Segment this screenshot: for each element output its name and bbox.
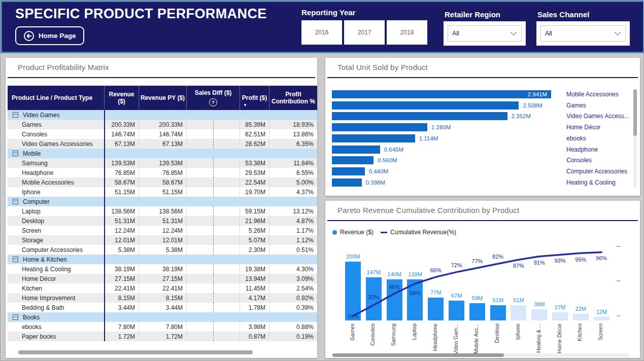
unit-bar[interactable]: [332, 167, 365, 175]
pareto-bar[interactable]: [345, 262, 361, 320]
matrix-item-row[interactable]: Headphone76.85M76.85M29.53M6.55%: [8, 168, 317, 177]
cell-sales_diff: [186, 274, 240, 283]
cell-contribution: 6.55%: [269, 168, 317, 177]
unit-bar-category-label[interactable]: Video Games Access...: [566, 113, 632, 120]
help-icon[interactable]: ?: [209, 98, 217, 106]
matrix-item-row[interactable]: Mobile Accessories58.67M58.67M22.54M5.00…: [8, 177, 317, 187]
sales-channel-dropdown[interactable]: All: [536, 21, 630, 46]
matrix-item-row[interactable]: Screen12.24M12.24M5.26M1.17%: [8, 226, 317, 235]
cell-sales_diff: [186, 303, 240, 312]
revenue-legend-marker-icon: [332, 230, 337, 235]
unit-bar[interactable]: [332, 178, 362, 187]
cell-sales_diff: [186, 255, 240, 264]
column-header-product-line[interactable]: Product Line / Product Type: [8, 86, 104, 110]
cell-contribution: 0.51%: [269, 245, 317, 255]
cell-value: 5.07M: [249, 237, 265, 244]
cell-value: 12.24M: [115, 227, 135, 234]
sort-descending-icon: ▼: [243, 103, 247, 108]
matrix-item-row[interactable]: Storage12.01M12.01M5.07M1.12%: [8, 235, 317, 245]
cell-profit: 29.53M: [240, 168, 269, 177]
cell-value: 3.44M: [166, 304, 183, 311]
cumulative-legend-marker-icon: [381, 232, 387, 233]
unit-bar[interactable]: [332, 156, 374, 164]
unit-bar-category-label[interactable]: Heating & Cooling: [566, 179, 632, 186]
matrix-item-row[interactable]: Consoles146.74M146.74M62.51M13.86%: [8, 129, 317, 139]
matrix-item-row[interactable]: Kitchen22.41M22.41M11.45M2.54%: [8, 283, 317, 293]
bar-value-label: 0.440M: [369, 168, 388, 174]
unit-bar[interactable]: [332, 146, 380, 154]
unit-bar-category-label[interactable]: Headphone: [566, 146, 632, 153]
pareto-horizontal-scrollbar[interactable]: [332, 353, 504, 357]
cell-value: 51.31M: [115, 218, 135, 225]
pareto-bar[interactable]: [511, 305, 526, 320]
matrix-item-row[interactable]: Paper books1.72M1.72M0.87M0.19%: [8, 332, 317, 341]
cell-contribution: 4.37%: [269, 187, 317, 197]
matrix-group-row[interactable]: Mobile: [8, 149, 317, 158]
matrix-item-row[interactable]: Home Décor27.15M27.15M13.94M3.09%: [8, 274, 317, 283]
pareto-bar[interactable]: [552, 312, 568, 320]
unit-bar[interactable]: [332, 112, 507, 120]
pareto-bar[interactable]: [490, 305, 506, 320]
matrix-item-row[interactable]: Laptop138.56M138.56M59.15M13.12%: [8, 206, 317, 216]
cell-revenue: 12.01M: [104, 235, 139, 245]
collapse-icon[interactable]: [13, 112, 18, 118]
unit-vertical-scrollbar[interactable]: [633, 89, 637, 136]
home-page-button[interactable]: Home Page: [15, 26, 84, 45]
unit-bar[interactable]: [332, 134, 415, 142]
cell-revenue: 5.38M: [104, 245, 139, 255]
dashboard-page: SPECIFIC PRODUCT PERFORMANCE Home Page R…: [0, 0, 644, 361]
pareto-bar[interactable]: [428, 298, 444, 320]
collapse-icon[interactable]: [13, 199, 18, 204]
matrix-item-row[interactable]: Home Improvement8.15M8.15M4.17M0.92%: [8, 293, 317, 303]
matrix-horizontal-scrollbar[interactable]: [18, 350, 253, 354]
column-header-revenue-py[interactable]: Revenue PY ($): [139, 86, 186, 110]
pareto-bar[interactable]: [594, 317, 609, 320]
column-header-sales-diff[interactable]: Sales Diff ($) ?: [186, 86, 240, 110]
unit-bar-category-label[interactable]: ebooks: [566, 135, 632, 142]
matrix-item-row[interactable]: Iphone51.15M51.15M19.70M4.37%: [8, 187, 317, 197]
collapse-icon[interactable]: [13, 257, 18, 262]
matrix-group-row[interactable]: Computer: [8, 197, 317, 206]
matrix-item-row[interactable]: Heating & Cooling38.19M38.19M19.38M4.30%: [8, 264, 317, 274]
matrix-group-row[interactable]: Video Games: [8, 110, 317, 120]
pareto-chart-title: Pareto Revenue Cumulative Contribution b…: [337, 206, 519, 214]
cumulative-percent-label: 95%: [570, 257, 591, 263]
collapse-icon[interactable]: [13, 151, 18, 156]
unit-bar[interactable]: [332, 123, 427, 131]
column-header-revenue[interactable]: Revenue ($): [104, 86, 139, 110]
column-header-profit[interactable]: Profit ($) ▼: [240, 86, 269, 110]
unit-bar-category-label[interactable]: Home Décor: [566, 124, 632, 131]
cell-value: 139.53M: [159, 160, 183, 167]
pareto-bar[interactable]: [449, 301, 464, 320]
matrix-group-row[interactable]: Home & Kitchen: [8, 255, 317, 264]
matrix-group-row[interactable]: Books: [8, 312, 317, 322]
year-2016-button[interactable]: 2016: [301, 20, 342, 45]
matrix-item-row[interactable]: Games200.33M200.33M85.39M18.93%: [8, 120, 317, 129]
matrix-item-row[interactable]: Computer Accessories5.38M5.38M2.30M0.51%: [8, 245, 317, 255]
column-header-profit-contribution[interactable]: Profit Contribution %: [269, 86, 317, 110]
matrix-item-row[interactable]: Samsung139.53M139.53M53.38M11.84%: [8, 158, 317, 168]
pareto-bar[interactable]: [531, 309, 547, 320]
unit-bar-category-label[interactable]: Games: [566, 102, 632, 109]
year-2018-button[interactable]: 2018: [387, 20, 427, 45]
cell-sales_diff: [186, 245, 240, 255]
matrix-item-row[interactable]: Video Games Accessories67.13M67.13M28.62…: [8, 139, 317, 149]
pareto-bar[interactable]: [573, 314, 589, 320]
cell-value: 138.56M: [111, 208, 135, 215]
pareto-bar[interactable]: [469, 303, 485, 320]
retailer-region-dropdown[interactable]: All: [444, 21, 526, 46]
unit-bar[interactable]: [332, 101, 519, 110]
year-2017-button[interactable]: 2017: [344, 20, 385, 45]
cell-value: 76.85M: [115, 169, 135, 176]
matrix-item-row[interactable]: Desktop51.31M51.31M21.96M4.87%: [8, 216, 317, 226]
pareto-bar[interactable]: [407, 279, 423, 320]
matrix-item-row[interactable]: Bedding & Bath3.44M3.44M1.78M0.39%: [8, 303, 317, 312]
matrix-item-row[interactable]: ebooks7.80M7.80M3.98M0.88%: [8, 322, 317, 332]
unit-bar-category-label[interactable]: Consoles: [566, 157, 632, 164]
cell-value: 6.35%: [296, 140, 314, 148]
cell-sales_diff: [186, 149, 240, 158]
collapse-icon[interactable]: [13, 314, 18, 320]
unit-bar-category-label[interactable]: Mobile Accessories: [566, 91, 632, 98]
row-label-cell: Home Décor: [8, 274, 104, 283]
unit-bar-category-label[interactable]: Computer Accessories: [566, 168, 632, 175]
